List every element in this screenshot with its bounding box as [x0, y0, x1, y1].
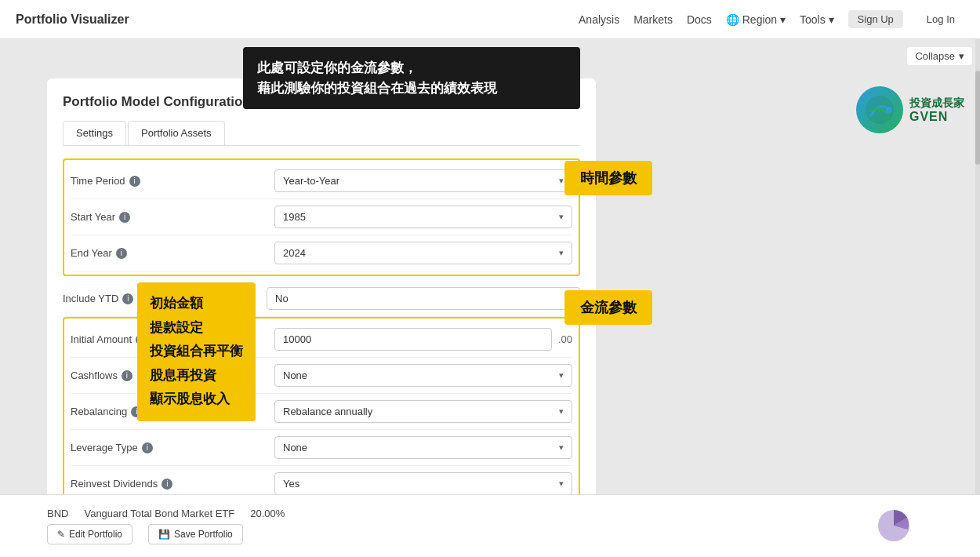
start-year-row: Start Year i 1985 ▾	[71, 199, 572, 235]
logo-area: 投資成長家 GVEN	[856, 86, 964, 133]
edit-portfolio-button[interactable]: ✎ Edit Portfolio	[47, 524, 132, 544]
chevron-down-icon: ▾	[559, 479, 564, 489]
tab-portfolio-assets[interactable]: Portfolio Assets	[128, 121, 225, 145]
pie-chart	[870, 502, 917, 549]
initial-amount-input[interactable]	[274, 328, 552, 351]
brand-title: Portfolio Visualizer	[16, 13, 129, 27]
logo-cn-text: 投資成長家	[909, 96, 964, 110]
start-year-label: Start Year i	[71, 211, 274, 223]
start-year-info[interactable]: i	[119, 212, 130, 223]
start-year-control: 1985 ▾	[274, 206, 572, 228]
right-panel: Collapse ▾ 投資成長家 GVEN	[776, 39, 980, 557]
edit-icon: ✎	[57, 529, 65, 540]
chevron-down-icon: ▾	[559, 212, 564, 222]
left-panel: Portfolio Model Configuration Settings P…	[0, 39, 776, 557]
logo-icon	[856, 86, 903, 133]
end-year-label: End Year i	[71, 247, 274, 259]
annotation-time: 時間參數	[564, 161, 652, 195]
reinvest-dividends-info[interactable]: i	[162, 479, 172, 490]
annotation-labels: 初始金額 提款設定 投資組合再平衡 股息再投資 顯示股息收入	[137, 282, 256, 421]
end-year-control: 2024 ▾	[274, 242, 572, 264]
allocation-label: 20.00%	[250, 508, 285, 519]
annotation-cashflow: 金流參數	[564, 290, 652, 325]
chevron-down-icon: ▾	[559, 248, 564, 258]
svg-point-1	[886, 107, 892, 113]
reinvest-dividends-label: Reinvest Dividends i	[71, 478, 274, 490]
cashflows-select[interactable]: None ▾	[274, 364, 572, 387]
chevron-down-icon: ▾	[559, 370, 564, 380]
nav-docs[interactable]: Docs	[687, 13, 712, 26]
bottom-buttons-row: ✎ Edit Portfolio 💾 Save Portfolio	[47, 524, 933, 544]
leverage-type-select[interactable]: None ▾	[274, 436, 572, 459]
tab-settings[interactable]: Settings	[63, 121, 126, 145]
ticker-label: BND	[47, 508, 68, 519]
initial-amount-control: .00	[274, 328, 572, 351]
chevron-down-icon: ▾	[559, 176, 564, 186]
login-button[interactable]: Log In	[917, 10, 964, 28]
leverage-type-info[interactable]: i	[142, 442, 153, 453]
initial-amount-suffix: .00	[558, 333, 572, 345]
leverage-type-control: None ▾	[274, 436, 572, 459]
tabs-container: Settings Portfolio Assets	[63, 121, 580, 146]
globe-icon: 🌐	[726, 13, 739, 26]
include-ytd-info[interactable]: i	[122, 293, 133, 304]
include-ytd-select[interactable]: No ▾	[267, 287, 580, 310]
chevron-up-icon: ▾	[959, 50, 964, 62]
nav-region[interactable]: 🌐 Region ▾	[726, 13, 786, 26]
nav-markets[interactable]: Markets	[633, 13, 673, 26]
chevron-down-icon: ▾	[829, 13, 834, 26]
time-group: Time Period i Year-to-Year ▾ Start Year	[63, 158, 580, 276]
include-ytd-control: No ▾	[267, 287, 580, 310]
nav-links: Analysis Markets Docs 🌐 Region ▾ Tools ▾…	[579, 10, 964, 28]
nav-tools[interactable]: Tools ▾	[800, 13, 834, 26]
navbar: Portfolio Visualizer Analysis Markets Do…	[0, 0, 980, 39]
rebalancing-control: Rebalance annually ▾	[274, 400, 572, 423]
leverage-type-row: Leverage Type i None ▾	[71, 430, 572, 466]
nav-analysis[interactable]: Analysis	[579, 13, 619, 26]
logo-en-text: GVEN	[909, 110, 964, 124]
scroll-thumb[interactable]	[975, 71, 980, 165]
leverage-type-label: Leverage Type i	[71, 442, 274, 453]
reinvest-dividends-control: Yes ▾	[274, 472, 572, 495]
save-portfolio-button[interactable]: 💾 Save Portfolio	[148, 524, 243, 544]
start-year-select[interactable]: 1985 ▾	[274, 206, 572, 228]
rebalancing-select[interactable]: Rebalance annually ▾	[274, 400, 572, 423]
time-period-select[interactable]: Year-to-Year ▾	[274, 169, 572, 192]
end-year-info[interactable]: i	[116, 248, 127, 259]
time-period-info[interactable]: i	[129, 176, 140, 187]
fund-name-label: Vanguard Total Bond Market ETF	[84, 508, 234, 519]
cashflows-info[interactable]: i	[122, 370, 132, 381]
scrollbar[interactable]	[975, 39, 980, 557]
bottom-row: BND Vanguard Total Bond Market ETF 20.00…	[47, 508, 933, 519]
chevron-down-icon: ▾	[780, 13, 786, 26]
time-period-label: Time Period i	[71, 175, 274, 187]
save-icon: 💾	[158, 529, 170, 540]
collapse-button[interactable]: Collapse ▾	[907, 47, 972, 65]
chevron-down-icon: ▾	[559, 406, 564, 417]
annotation-top: 此處可設定你的金流參數， 藉此測驗你的投資組合在過去的績效表現	[243, 47, 580, 109]
bottom-area: BND Vanguard Total Bond Market ETF 20.00…	[0, 494, 980, 557]
time-period-control: Year-to-Year ▾	[274, 169, 572, 192]
main-content: 此處可設定你的金流參數， 藉此測驗你的投資組合在過去的績效表現 時間參數 金流參…	[0, 39, 980, 557]
time-period-row: Time Period i Year-to-Year ▾	[71, 163, 572, 199]
signup-button[interactable]: Sign Up	[848, 10, 903, 28]
chevron-down-icon: ▾	[559, 442, 564, 453]
reinvest-dividends-select[interactable]: Yes ▾	[274, 472, 572, 495]
config-card: Portfolio Model Configuration Settings P…	[47, 78, 596, 557]
end-year-row: End Year i 2024 ▾	[71, 235, 572, 271]
end-year-select[interactable]: 2024 ▾	[274, 242, 572, 264]
cashflows-control: None ▾	[274, 364, 572, 387]
